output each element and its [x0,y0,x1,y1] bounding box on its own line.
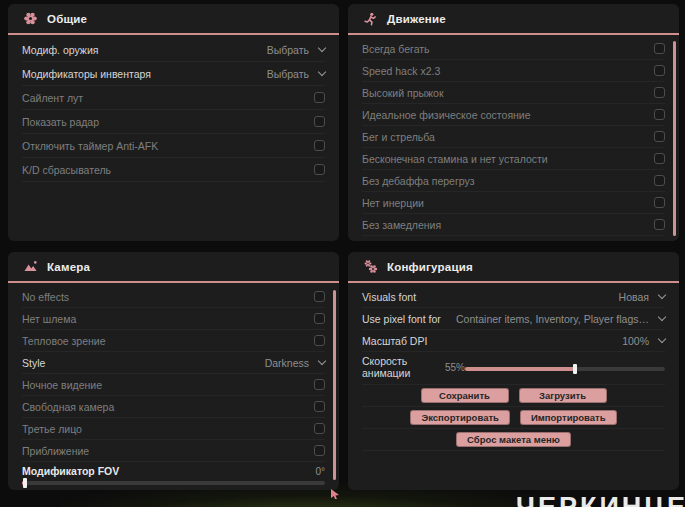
checkbox[interactable] [314,379,325,390]
checkbox-row[interactable]: Ночное видение [22,374,325,396]
checkbox-row[interactable]: Бесконечная стамина и нет усталости [362,148,665,170]
gears-icon [363,259,378,274]
dropdown[interactable]: Darkness [265,357,325,369]
dropdown[interactable]: Новая [619,291,665,303]
runner-icon [363,11,378,26]
row-label: Speed hack x2.3 [362,65,440,77]
panel-title: Общие [47,13,87,25]
checkbox-row[interactable]: Без замедления [362,214,665,236]
checkbox-row[interactable]: Тепловое зрение [22,330,325,352]
slider-handle[interactable] [573,364,577,374]
checkbox[interactable] [314,445,325,456]
checkbox[interactable] [314,401,325,412]
checkbox-row[interactable]: Свободная камера [22,396,325,418]
row-label: Без замедления [362,219,441,231]
checkbox-row[interactable]: No effects [22,286,325,308]
checkbox[interactable] [314,291,325,302]
action-button[interactable]: Загрузить [519,388,607,403]
panel-camera-header[interactable]: Камера [8,252,339,283]
chevron-down-icon [318,43,326,51]
checkbox[interactable] [654,219,665,230]
row-label: Тепловое зрение [22,335,106,347]
row-label: Бег и стрельба [362,131,435,143]
row-label: Приближение [22,445,89,457]
chevron-down-icon [658,312,666,320]
checkbox-row[interactable]: Speed hack x2.3 [362,60,665,82]
action-button[interactable]: Сохранить [421,388,509,403]
row-label: Модиф. оружия [22,44,98,56]
row-label: Нет шлема [22,313,76,325]
checkbox-row[interactable]: Высокий прыжок [362,82,665,104]
scrollbar[interactable] [333,290,336,480]
checkbox-row[interactable]: Всегда бегать [362,38,665,60]
dropdown-row: Модификаторы инвентаряВыбрать [22,62,325,86]
dropdown[interactable]: Container items, Inventory, Player flags… [456,313,665,325]
row-label: Модификатор FOV [22,465,315,477]
dropdown-value: Выбрать [267,44,309,56]
watermark-text: ЧЕРКИНЦЕ [516,492,685,507]
slider-value: 0° [315,466,325,477]
checkbox-row[interactable]: Приближение [22,440,325,462]
checkbox[interactable] [654,197,665,208]
checkbox-row[interactable]: Нет инерции [362,192,665,214]
row-label: Нет инерции [362,197,424,209]
dropdown-row: Масштаб DPI100% [362,330,665,352]
slider-fill [465,367,575,371]
panel-general-header[interactable]: Общие [8,4,339,35]
row-label: Модификаторы инвентаря [22,68,151,80]
dropdown[interactable]: 100% [622,335,665,347]
checkbox[interactable] [654,131,665,142]
dropdown[interactable]: Выбрать [267,44,325,56]
panel-camera: Камера No effectsНет шлемаТепловое зрени… [8,252,339,490]
row-label: Use pixel font for [362,313,441,325]
chevron-down-icon [658,290,666,298]
mouse-cursor [331,485,340,503]
checkbox[interactable] [314,140,325,151]
row-label: Высокий прыжок [362,87,444,99]
dropdown-row: StyleDarkness [22,352,325,374]
action-button[interactable]: Экспортировать [410,410,509,425]
button-row: Сброс макета меню [362,429,665,451]
panel-movement-header[interactable]: Движение [348,4,679,35]
row-label: Отключить таймер Anti-AFK [22,140,158,152]
checkbox-row[interactable]: Третье лицо [22,418,325,440]
slider-track[interactable] [465,367,665,371]
checkbox-row[interactable]: Без дебаффа перегруз [362,170,665,192]
dropdown-row: Use pixel font forContainer items, Inven… [362,308,665,330]
row-label: Style [22,357,45,369]
checkbox[interactable] [314,92,325,103]
slider-track[interactable] [22,481,325,485]
checkbox-row[interactable]: Показать радар [22,110,325,134]
scrollbar[interactable] [673,41,676,236]
checkbox[interactable] [314,335,325,346]
checkbox[interactable] [654,43,665,54]
checkbox[interactable] [654,87,665,98]
checkbox[interactable] [314,116,325,127]
checkbox[interactable] [654,153,665,164]
checkbox[interactable] [314,313,325,324]
checkbox-row[interactable]: Бег и стрельба [362,126,665,148]
dropdown-value: Darkness [265,357,309,369]
row-label: Свободная камера [22,401,114,413]
checkbox[interactable] [314,423,325,434]
checkbox-row[interactable]: K/D сбрасыватель [22,158,325,182]
dropdown-value: 100% [622,335,649,347]
checkbox-row[interactable]: Идеальное физическое состояние [362,104,665,126]
dropdown[interactable]: Выбрать [267,68,325,80]
chevron-down-icon [658,334,666,342]
checkbox[interactable] [314,164,325,175]
action-button[interactable]: Импортировать [520,410,617,425]
checkbox[interactable] [654,175,665,186]
panel-movement: Движение Всегда бегатьSpeed hack x2.3Выс… [348,4,679,241]
checkbox-row[interactable]: Нет шлема [22,308,325,330]
checkbox[interactable] [654,109,665,120]
action-button[interactable]: Сброс макета меню [456,432,571,447]
row-label: No effects [22,291,69,303]
checkbox-row[interactable]: Отключить таймер Anti-AFK [22,134,325,158]
checkbox-row[interactable]: Сайлент лут [22,86,325,110]
slider-handle[interactable] [23,478,27,488]
panel-config-header[interactable]: Конфигурация [348,252,679,283]
row-label: Скорость анимации [362,355,445,379]
dropdown-value: Выбрать [267,68,309,80]
checkbox[interactable] [654,65,665,76]
